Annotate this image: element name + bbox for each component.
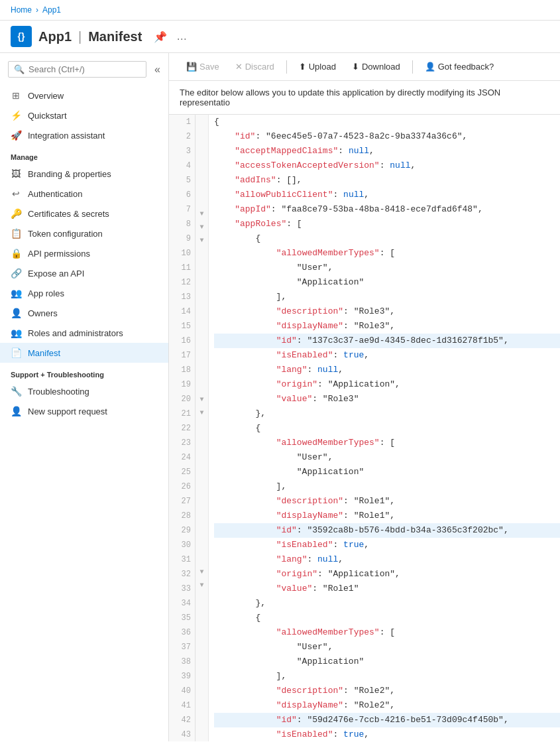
sidebar-item-integration[interactable]: 🚀 Integration assistant (0, 125, 168, 145)
sidebar-item-certificates[interactable]: 🔑 Certificates & secrets (0, 204, 168, 223)
sidebar-item-branding[interactable]: 🖼 Branding & properties (0, 164, 168, 184)
sidebar-item-app-roles[interactable]: 👥 App roles (0, 283, 168, 303)
app-title: App1 (38, 29, 72, 44)
info-bar: The editor below allows you to update th… (169, 81, 560, 115)
breadcrumb: Home › App1 (0, 0, 560, 21)
app-header: {} App1 | Manifest 📌 … (0, 21, 560, 53)
manage-section-label: Manage (0, 145, 168, 164)
toolbar: 💾 Save ✕ Discard ⬆ Upload ⬇ Download 👤 G… (169, 53, 560, 81)
expose-api-icon: 🔗 (11, 268, 21, 279)
search-box[interactable]: 🔍 (8, 61, 146, 78)
info-text: The editor below allows you to update th… (180, 88, 500, 107)
content-area: 💾 Save ✕ Discard ⬆ Upload ⬇ Download 👤 G… (169, 53, 560, 741)
certificates-icon: 🔑 (11, 208, 21, 219)
gutter: ▼▼▼▼▼▼▼ (196, 115, 209, 741)
sidebar-item-expose-api-label: Expose an API (28, 269, 84, 279)
sidebar-item-support-request-label: New support request (28, 406, 107, 416)
authentication-icon: ↩ (11, 188, 21, 199)
discard-button[interactable]: ✕ Discard (229, 58, 281, 75)
sidebar-item-api-permissions[interactable]: 🔒 API permissions (0, 243, 168, 263)
discard-label: Discard (245, 62, 274, 72)
troubleshooting-icon: 🔧 (11, 386, 21, 397)
sidebar-item-token-label: Token configuration (28, 229, 103, 239)
support-request-icon: 👤 (11, 406, 21, 416)
download-button[interactable]: ⬇ Download (345, 58, 407, 75)
more-icon[interactable]: … (176, 31, 187, 42)
upload-button[interactable]: ⬆ Upload (292, 58, 343, 75)
sidebar-item-support-request[interactable]: 👤 New support request (0, 401, 168, 421)
sidebar-item-token[interactable]: 📋 Token configuration (0, 223, 168, 243)
sidebar-item-integration-label: Integration assistant (28, 131, 105, 141)
overview-icon: ⊞ (11, 90, 21, 101)
sidebar-item-manifest-label: Manifest (28, 348, 60, 358)
quickstart-icon: ⚡ (11, 110, 21, 121)
sidebar-item-app-roles-label: App roles (28, 288, 64, 298)
save-label: Save (199, 62, 219, 72)
collapse-button[interactable]: « (149, 64, 166, 76)
sidebar-item-troubleshooting[interactable]: 🔧 Troubleshooting (0, 381, 168, 401)
integration-icon: 🚀 (11, 130, 21, 141)
app-roles-icon: 👥 (11, 288, 21, 298)
sidebar-item-troubleshooting-label: Troubleshooting (28, 387, 89, 397)
feedback-button[interactable]: 👤 Got feedback? (418, 58, 501, 75)
sidebar-item-api-permissions-label: API permissions (28, 249, 90, 259)
sidebar-item-expose-api[interactable]: 🔗 Expose an API (0, 263, 168, 283)
owners-icon: 👤 (11, 308, 21, 318)
sidebar-item-manifest[interactable]: 📄 Manifest (0, 343, 168, 363)
app-icon: {} (11, 26, 32, 47)
breadcrumb-app[interactable]: App1 (42, 5, 61, 15)
support-section-label: Support + Troubleshooting (0, 363, 168, 381)
sidebar-item-owners-label: Owners (28, 308, 58, 318)
download-label: Download (362, 62, 400, 72)
sidebar-item-overview-label: Overview (28, 91, 64, 101)
code-area[interactable]: { "id": "6eec45e5-07a7-4523-8a2c-9ba3374… (209, 115, 560, 741)
search-input[interactable] (28, 64, 140, 74)
sidebar-item-owners[interactable]: 👤 Owners (0, 303, 168, 323)
line-numbers: 1234567891011121314151617181920212223242… (169, 115, 196, 741)
sidebar-item-quickstart[interactable]: ⚡ Quickstart (0, 105, 168, 125)
roles-admin-icon: 👥 (11, 328, 21, 338)
toolbar-separator (286, 60, 287, 74)
code-editor[interactable]: 1234567891011121314151617181920212223242… (169, 115, 560, 741)
save-icon: 💾 (186, 62, 197, 72)
breadcrumb-home[interactable]: Home (11, 5, 32, 15)
sidebar-item-overview[interactable]: ⊞ Overview (0, 86, 168, 105)
manifest-icon: 📄 (11, 347, 21, 358)
breadcrumb-sep1: › (36, 5, 38, 15)
sidebar-item-authentication[interactable]: ↩ Authentication (0, 184, 168, 204)
pin-icon[interactable]: 📌 (154, 31, 167, 43)
toolbar-separator2 (412, 60, 413, 74)
branding-icon: 🖼 (11, 168, 21, 179)
search-icon: 🔍 (14, 64, 25, 74)
sidebar-item-certificates-label: Certificates & secrets (28, 209, 109, 219)
api-permissions-icon: 🔒 (11, 248, 21, 259)
page-title: Manifest (88, 29, 142, 44)
sidebar-item-roles-admin[interactable]: 👥 Roles and administrators (0, 323, 168, 343)
sidebar-item-quickstart-label: Quickstart (28, 111, 67, 121)
download-icon: ⬇ (352, 62, 359, 72)
feedback-label: Got feedback? (438, 62, 494, 72)
sidebar: 🔍 « ⊞ Overview ⚡ Quickstart 🚀 Integratio… (0, 53, 169, 741)
save-button[interactable]: 💾 Save (180, 58, 226, 75)
sidebar-item-authentication-label: Authentication (28, 189, 82, 199)
token-icon: 📋 (11, 228, 21, 239)
upload-icon: ⬆ (299, 62, 306, 72)
upload-label: Upload (309, 62, 336, 72)
discard-icon: ✕ (235, 62, 243, 72)
title-separator: | (78, 29, 82, 44)
sidebar-item-roles-admin-label: Roles and administrators (28, 328, 123, 338)
sidebar-item-branding-label: Branding & properties (28, 169, 111, 179)
feedback-icon: 👤 (425, 62, 435, 72)
